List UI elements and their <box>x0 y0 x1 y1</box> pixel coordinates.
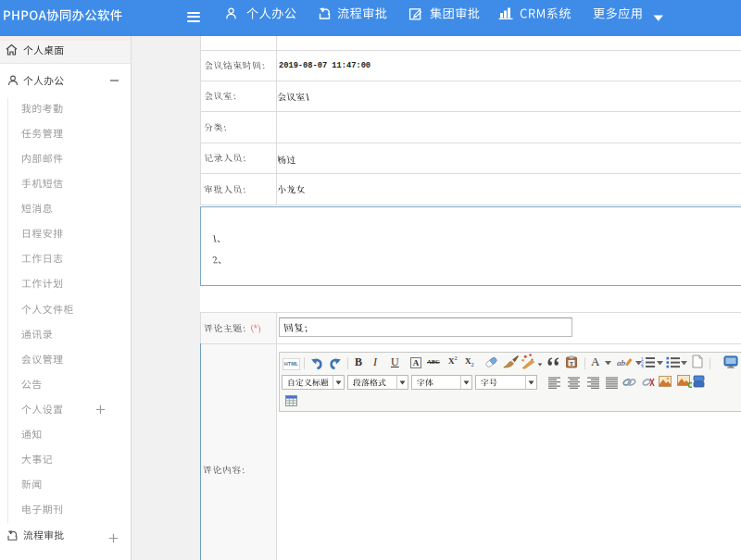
svg-text:3: 3 <box>641 365 644 368</box>
svg-text:T: T <box>570 361 573 367</box>
svg-text:ab: ab <box>617 358 626 367</box>
